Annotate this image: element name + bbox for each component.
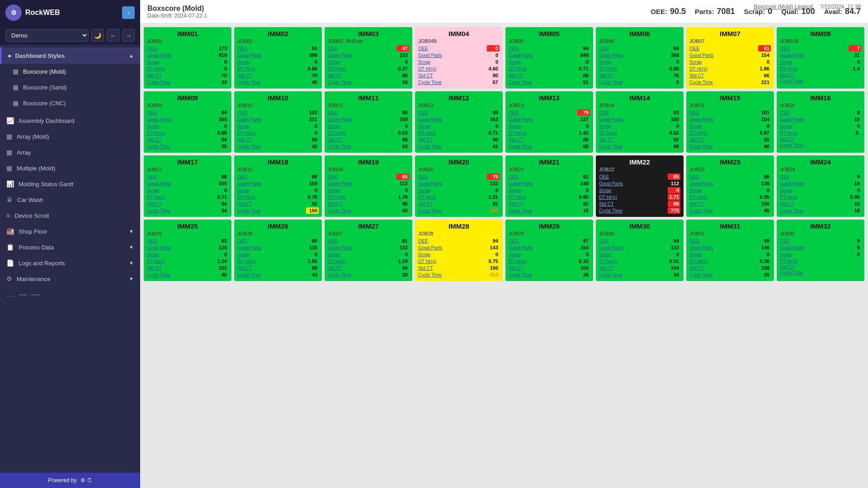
dt-hrs-label[interactable]: DT Hr(s) <box>328 258 346 264</box>
oee-label[interactable]: OEE <box>418 174 428 179</box>
scrap-label[interactable]: Scrap <box>509 59 521 65</box>
scrap-label[interactable]: Scrap <box>147 252 159 257</box>
good-parts-label[interactable]: Good Parts <box>509 181 533 186</box>
oee-label[interactable]: OEE <box>689 174 699 179</box>
good-parts-label[interactable]: Good Parts <box>147 245 171 250</box>
good-parts-label[interactable]: Good Parts <box>599 181 623 186</box>
machine-card-imm23[interactable]: IMM23 JOB23 OEE 86 Good Parts 136 Scrap … <box>686 155 774 217</box>
good-parts-label[interactable]: Good Parts <box>147 117 171 122</box>
scrap-label[interactable]: Scrap <box>689 188 702 193</box>
machine-card-imm18[interactable]: IMM18 JOB15 OEE 88 Good Parts 159 Scrap … <box>234 155 322 217</box>
scrap-label[interactable]: Scrap <box>147 123 159 129</box>
good-parts-label[interactable]: Good Parts <box>237 245 261 250</box>
collapse-sidebar-button[interactable]: ‹ <box>122 6 135 19</box>
good-parts-label[interactable]: Good Parts <box>418 52 442 58</box>
dt-hrs-label[interactable]: DT Hr(s) <box>418 130 436 136</box>
scrap-label[interactable]: Scrap <box>689 59 702 65</box>
oee-label[interactable]: OEE <box>328 46 338 51</box>
oee-label[interactable]: OEE <box>237 110 247 115</box>
machine-card-imm11[interactable]: IMM11 JOB11 OEE 90 Good Parts 169 Scrap … <box>325 91 412 153</box>
oee-label[interactable]: OEE <box>599 238 609 244</box>
oee-label[interactable]: OEE <box>328 174 338 179</box>
scrap-label[interactable]: Scrap <box>237 188 250 193</box>
dt-hrs-label[interactable]: DT Hr(s) <box>689 66 708 71</box>
machine-card-imm10[interactable]: IMM10 JOB10 OEE 102 Good Parts 211 Scrap… <box>234 91 322 153</box>
good-parts-label[interactable]: Good Parts <box>418 245 442 250</box>
scrap-label[interactable]: Scrap <box>780 188 792 193</box>
dt-hrs-label[interactable]: DT Hr(s) <box>509 258 527 264</box>
oee-label[interactable]: OEE <box>780 110 790 115</box>
scrap-label[interactable]: Scrap <box>328 59 340 65</box>
good-parts-label[interactable]: Good Parts <box>599 52 623 58</box>
machine-card-imm13[interactable]: IMM13 JOB13 OEE 79 Good Parts 137 Scrap … <box>505 91 593 153</box>
scrap-label[interactable]: Scrap <box>237 123 250 129</box>
machine-card-imm03[interactable]: IMM03 JOB03_RHOnly OEE 47 Good Parts 193… <box>325 27 412 89</box>
oee-label[interactable]: OEE <box>418 238 428 244</box>
scrap-label[interactable]: Scrap <box>509 123 521 129</box>
machine-card-imm27[interactable]: IMM27 JOB27 OEE 81 Good Parts 132 Scrap … <box>325 220 412 281</box>
scrap-label[interactable]: Scrap <box>780 59 792 65</box>
dt-hrs-label[interactable]: DT Hr(s) <box>418 66 436 71</box>
scrap-label[interactable]: Scrap <box>599 188 611 193</box>
machine-card-imm22[interactable]: IMM22 JOB22 OEE 85 Good Parts 112 Scrap … <box>596 155 684 217</box>
dt-hrs-label[interactable]: DT Hr(s) <box>237 194 255 200</box>
oee-label[interactable]: OEE <box>147 238 157 244</box>
sidebar-item-process-data[interactable]: 📋 Process Data ▼ <box>0 239 140 255</box>
scrap-label[interactable]: Scrap <box>418 188 430 193</box>
scrap-label[interactable]: Scrap <box>509 188 521 193</box>
good-parts-label[interactable]: Good Parts <box>237 117 261 122</box>
scrap-label[interactable]: Scrap <box>328 188 340 193</box>
demo-select[interactable]: Demo <box>5 29 89 42</box>
sidebar-item-maintenance[interactable]: ⚙ Maintenance ▼ <box>0 271 140 287</box>
oee-label[interactable]: OEE <box>599 46 609 51</box>
good-parts-label[interactable]: Good Parts <box>689 181 713 186</box>
machine-card-imm32[interactable]: IMM32 JOB32 OEE 9 Good Parts 5 Scrap 0 D… <box>777 220 864 281</box>
dt-hrs-label[interactable]: DT Hr(s) <box>509 130 527 136</box>
scrap-label[interactable]: Scrap <box>689 252 702 257</box>
dt-hrs-label[interactable]: DT Hr(s) <box>689 194 708 200</box>
forward-button[interactable]: → <box>122 29 135 42</box>
good-parts-label[interactable]: Good Parts <box>780 245 804 250</box>
dt-hrs-label[interactable]: DT Hr(s) <box>599 258 617 264</box>
machine-card-imm21[interactable]: IMM21 JOB21 OEE 82 Good Parts 148 Scrap … <box>505 155 593 217</box>
dt-hrs-label[interactable]: DT Hr(s) <box>689 130 708 136</box>
sidebar-item-boxscore-cnc[interactable]: ▦ Boxscore (CNC) <box>0 95 140 111</box>
scrap-label[interactable]: Scrap <box>689 123 702 129</box>
sidebar-item-logs[interactable]: 📄 Logs and Reports ▼ <box>0 255 140 271</box>
dt-hrs-label[interactable]: DT Hr(s) <box>328 130 346 136</box>
dt-hrs-label[interactable]: DT Hr(s) <box>780 66 798 71</box>
machine-card-imm25[interactable]: IMM25 JOB25 OEE 83 Good Parts 125 Scrap … <box>144 220 231 281</box>
oee-label[interactable]: OEE <box>689 110 699 115</box>
dt-hrs-label[interactable]: DT Hr(s) <box>599 66 617 71</box>
good-parts-label[interactable]: Good Parts <box>689 117 713 122</box>
good-parts-label[interactable]: Good Parts <box>147 52 171 58</box>
scrap-label[interactable]: Scrap <box>328 123 340 129</box>
oee-label[interactable]: OEE <box>689 238 699 244</box>
sidebar-item-assembly[interactable]: 📈 Assembly Dashboard <box>0 113 140 129</box>
good-parts-label[interactable]: Good Parts <box>509 117 533 122</box>
scrap-label[interactable]: Scrap <box>509 252 521 257</box>
dt-hrs-label[interactable]: DT Hr(s) <box>147 130 165 136</box>
machine-card-imm17[interactable]: IMM17 JOB17 OEE 88 Good Parts 155 Scrap … <box>144 155 231 217</box>
dt-hrs-label[interactable]: DT Hr(s) <box>418 258 436 264</box>
good-parts-label[interactable]: Good Parts <box>147 181 171 186</box>
scrap-label[interactable]: Scrap <box>328 252 340 257</box>
oee-label[interactable]: OEE <box>418 110 428 115</box>
oee-label[interactable]: OEE <box>509 238 519 244</box>
good-parts-label[interactable]: Good Parts <box>418 117 442 122</box>
scrap-label[interactable]: Scrap <box>599 59 611 65</box>
scrap-label[interactable]: Scrap <box>147 59 159 65</box>
machine-card-imm15[interactable]: IMM15 JOB15 OEE 101 Good Parts 154 Scrap… <box>686 91 774 153</box>
machine-card-imm09[interactable]: IMM09 JOB09 OEE 84 Good Parts 165 Scrap … <box>144 91 231 153</box>
oee-label[interactable]: OEE <box>147 174 157 179</box>
machine-card-imm12[interactable]: IMM12 JOB12 OEE 88 Good Parts 162 Scrap … <box>415 91 503 153</box>
dt-hrs-label[interactable]: DT Hr(s) <box>599 130 617 136</box>
machine-card-imm29[interactable]: IMM29 JOB29 OEE 97 Good Parts 154 Scrap … <box>505 220 593 281</box>
sidebar-item-gantt[interactable]: 📊 Molding Status Gantt <box>0 176 140 192</box>
oee-label[interactable]: OEE <box>237 238 247 244</box>
oee-label[interactable]: OEE <box>147 46 157 51</box>
machine-card-imm14[interactable]: IMM14 JOB14 OEE 93 Good Parts 180 Scrap … <box>596 91 684 153</box>
oee-label[interactable]: OEE <box>689 46 699 51</box>
dt-hrs-label[interactable]: DT Hr(s) <box>418 194 436 200</box>
good-parts-label[interactable]: Good Parts <box>689 52 713 58</box>
